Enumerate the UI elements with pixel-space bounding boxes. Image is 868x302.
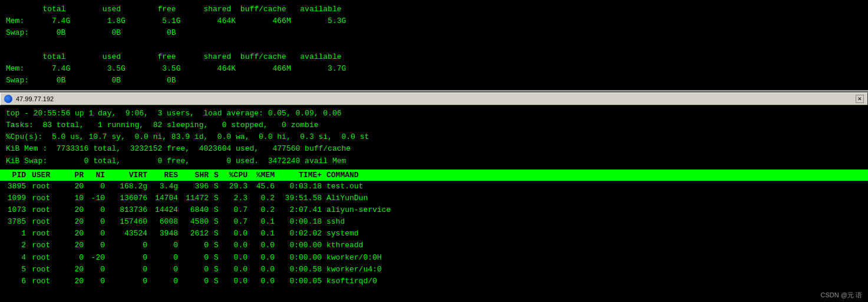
cell-user: root [29,181,65,193]
top-line4: KiB Mem : 7733316 total, 3232152 free, 4… [6,143,862,155]
cell-virt: 0 [107,252,150,264]
cell-cmd: kworker/u4:0 [324,264,868,276]
cell-cpu: 0.0 [222,240,250,251]
cell-pr: 20 [65,264,86,276]
cell-time: 0:00.05 [277,276,324,287]
cell-s: S [211,181,222,193]
cell-mem: 0.2 [250,193,277,204]
cell-time: 2:07.41 [277,204,324,216]
cell-pid: 4 [0,252,29,264]
cell-virt: 136076 [107,193,150,204]
top-line1: top - 20:55:56 up 1 day, 9:06, 3 users, … [6,108,862,120]
cell-user: root [29,264,65,276]
cell-shr: 4580 [180,216,211,228]
cell-res: 3948 [150,228,180,240]
cell-res: 0 [150,264,180,276]
close-button[interactable]: ✕ [856,95,864,103]
cell-user: root [29,240,65,251]
table-row: 3785 root 20 0 157460 6008 4580 S 0.7 0.… [0,216,868,228]
header-mem: %MEM [250,171,277,180]
cell-pr: 20 [65,240,86,251]
cell-time: 0:00.00 [277,252,324,264]
mem-row2: Mem: 7.4G 3.5G 3.5G 464K 466M 3.7G [6,63,862,75]
cell-time: 0:00.18 [277,216,324,228]
blank-line [6,39,862,51]
cell-cmd: systemd [324,228,868,240]
cell-mem: 0.0 [250,252,277,264]
cell-shr: 2612 [180,228,211,240]
cell-pid: 6 [0,276,29,287]
cell-res: 3.4g [150,181,180,193]
cell-pid: 1099 [0,193,29,204]
cell-ni: 0 [86,204,107,216]
cell-pr: 20 [65,276,86,287]
terminal-window: 47.99.77.192 ✕ top - 20:55:56 up 1 day, … [0,92,868,287]
cell-cpu: 0.0 [222,228,250,240]
cell-s: S [211,204,222,216]
cell-shr: 0 [180,252,211,264]
cell-mem: 45.6 [250,181,277,193]
cell-pid: 2 [0,240,29,251]
cell-s: S [211,240,222,251]
cell-res: 0 [150,240,180,251]
cell-ni: 0 [86,228,107,240]
top-line3: %Cpu(s): 5.0 us, 10.7 sy, 0.0 ni, 83.9 i… [6,131,862,143]
cell-pid: 5 [0,264,29,276]
header-pid: PID [0,171,29,180]
cell-cpu: 29.3 [222,181,250,193]
cell-s: S [211,264,222,276]
mem-header1: total used free shared buff/cache availa… [6,4,862,15]
cell-res: 0 [150,276,180,287]
table-row: 4 root 0 -20 0 0 0 S 0.0 0.0 0:00.00 kwo… [0,252,868,264]
cell-s: S [211,216,222,228]
top-line2: Tasks: 83 total, 1 running, 82 sleeping,… [6,120,862,131]
cell-ni: -10 [86,193,107,204]
cell-cmd: kthreadd [324,240,868,251]
cell-user: root [29,193,65,204]
cell-cpu: 2.3 [222,193,250,204]
process-table-header: PID USER PR NI VIRT RES SHR S %CPU %MEM … [0,170,868,181]
header-res: RES [150,171,180,180]
terminal-body: top - 20:55:56 up 1 day, 9:06, 3 users, … [0,105,868,170]
cell-pid: 1073 [0,204,29,216]
table-row: 3895 root 20 0 168.2g 3.4g 396 S 29.3 45… [0,181,868,193]
cell-cmd: sshd [324,216,868,228]
header-shr: SHR [180,171,211,180]
cell-mem: 0.0 [250,264,277,276]
table-row: 5 root 20 0 0 0 0 S 0.0 0.0 0:00.58 kwor… [0,264,868,276]
cell-pr: 20 [65,204,86,216]
cell-shr: 6840 [180,204,211,216]
cell-virt: 0 [107,264,150,276]
swap-row2: Swap: 0B 0B 0B [6,75,862,87]
header-time: TIME+ [277,171,324,180]
table-row: 1 root 20 0 43524 3948 2612 S 0.0 0.1 0:… [0,228,868,240]
cell-cpu: 0.7 [222,216,250,228]
cell-cmd: ksoftirqd/0 [324,276,868,287]
cell-ni: -20 [86,252,107,264]
cell-cpu: 0.0 [222,252,250,264]
cell-shr: 396 [180,181,211,193]
cell-shr: 0 [180,264,211,276]
cell-shr: 0 [180,276,211,287]
cell-virt: 0 [107,276,150,287]
top-memory-section: total used free shared buff/cache availa… [0,0,868,90]
cell-cmd: kworker/0:0H [324,252,868,264]
cell-time: 0:00.58 [277,264,324,276]
header-pr: PR [65,171,86,180]
header-user: USER [29,171,65,180]
cell-res: 14424 [150,204,180,216]
cell-user: root [29,216,65,228]
cell-pr: 20 [65,181,86,193]
cell-virt: 157460 [107,216,150,228]
cell-mem: 0.1 [250,216,277,228]
watermark: CSDN @元 语 [821,291,862,300]
cell-ni: 0 [86,264,107,276]
cell-cpu: 0.0 [222,276,250,287]
cell-s: S [211,193,222,204]
cell-cmd: test.out [324,181,868,193]
cell-pr: 0 [65,252,86,264]
header-cpu: %CPU [222,171,250,180]
cell-ni: 0 [86,240,107,251]
cell-ni: 0 [86,216,107,228]
cell-mem: 0.2 [250,204,277,216]
